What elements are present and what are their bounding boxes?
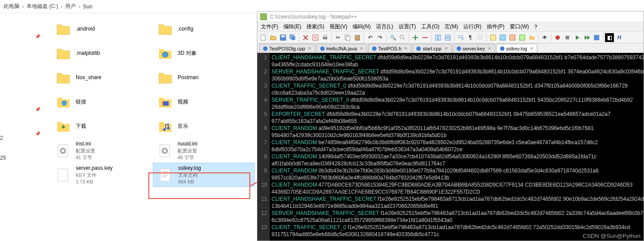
folder-item[interactable]: Nox_share: [51, 65, 153, 90]
save-all-icon[interactable]: [288, 33, 297, 42]
folder-item[interactable]: .android: [51, 17, 153, 41]
dirty-indicator-icon: [416, 46, 421, 51]
menu-item[interactable]: 搜索(S): [305, 22, 326, 31]
indent-guide-icon[interactable]: [476, 33, 485, 42]
paste-icon[interactable]: [353, 33, 362, 42]
pin-icon[interactable]: 📌: [31, 97, 44, 122]
item-name: 音乐: [178, 122, 188, 130]
code-content[interactable]: CLIENT_HANDSHAKE_TRAFFIC_SECRET dfdd59d8…: [270, 53, 644, 241]
save-macro-icon[interactable]: [592, 33, 601, 42]
compare-icon[interactable]: ◧: [605, 33, 614, 42]
zoom-out-icon[interactable]: [421, 33, 430, 42]
folder-item[interactable]: 3D 对象: [153, 41, 255, 65]
find-icon[interactable]: 🔍: [388, 33, 397, 42]
editor-tab[interactable]: start.cpp✕: [412, 44, 451, 53]
record-icon[interactable]: [553, 33, 562, 42]
play-icon[interactable]: [573, 33, 582, 42]
breadcrumb[interactable]: 此电脑› 本地磁盘 (C:)› 用户› Sun: [0, 0, 255, 13]
doc-list-icon[interactable]: [508, 33, 517, 42]
item-name: sslkey.log: [178, 164, 201, 172]
folder-item[interactable]: 链接: [51, 90, 153, 114]
svg-point-41: [555, 35, 560, 40]
folder-item[interactable]: Postman: [153, 65, 255, 90]
svg-rect-27: [346, 36, 350, 41]
folder-item[interactable]: .matplotlib: [51, 41, 153, 65]
print-icon[interactable]: [321, 33, 330, 42]
folder-item[interactable]: 视频: [153, 90, 255, 114]
sync-h-icon[interactable]: [443, 33, 452, 42]
close-tab-icon[interactable]: ✕: [530, 46, 533, 51]
folder-item[interactable]: nuuid.ini配置设置45 字节: [153, 138, 255, 163]
folder-icon: [54, 69, 72, 87]
menu-item[interactable]: 视图(V): [328, 22, 349, 31]
doc-map-icon[interactable]: [498, 33, 507, 42]
close-tab-icon[interactable]: ✕: [404, 46, 407, 51]
music-icon: [156, 118, 174, 135]
folder-item[interactable]: sslkey.log文本文档894 KB: [153, 163, 255, 187]
svg-rect-33: [435, 35, 438, 40]
close-tab-icon[interactable]: ✕: [444, 46, 448, 51]
folder-item[interactable]: inst.ini配置设置41 字节: [51, 138, 153, 163]
hex-icon[interactable]: H: [615, 33, 624, 42]
breadcrumb-item[interactable]: Sun: [83, 4, 92, 10]
menu-item[interactable]: 编码(N): [351, 22, 372, 31]
close-tab-icon[interactable]: ✕: [308, 46, 311, 51]
close-tab-icon[interactable]: ✕: [360, 46, 363, 51]
menu-item[interactable]: 运行(R): [462, 22, 483, 31]
play-multi-icon[interactable]: [582, 33, 591, 42]
folder-item[interactable]: 音乐: [153, 114, 255, 138]
folder-item[interactable]: .config: [153, 17, 255, 41]
zoom-in-icon[interactable]: [411, 33, 420, 42]
sync-v-icon[interactable]: [434, 33, 442, 42]
replace-icon[interactable]: [398, 33, 407, 42]
lang-icon[interactable]: [489, 33, 497, 42]
item-name: 链接: [76, 98, 86, 106]
menu-item[interactable]: 宏(M): [443, 22, 460, 31]
svg-rect-39: [510, 35, 515, 40]
menu-item[interactable]: 窗口(W): [508, 22, 531, 31]
menu-item[interactable]: 插件(P): [485, 22, 506, 31]
folder-view-icon[interactable]: [528, 33, 536, 42]
monitor-icon[interactable]: 👁: [540, 33, 549, 42]
editor-tab[interactable]: TestPOS.h✕: [368, 44, 412, 53]
close-all-icon[interactable]: [311, 33, 320, 42]
breadcrumb-item[interactable]: 本地磁盘 (C:): [27, 3, 58, 10]
pin-icon[interactable]: 📌: [31, 122, 44, 146]
redo-icon[interactable]: ↷: [376, 33, 384, 42]
app-icon: [260, 13, 267, 20]
close-icon[interactable]: [301, 33, 310, 42]
folder-item[interactable]: server.pass.keyKEY 文件1.73 KB: [51, 163, 153, 187]
breadcrumb-item[interactable]: 此电脑: [4, 3, 19, 10]
save-icon[interactable]: [279, 33, 287, 42]
breadcrumb-item[interactable]: 用户: [65, 3, 76, 10]
editor-tab[interactable]: HelloJNA.java✕: [316, 44, 367, 53]
menu-item[interactable]: 文件(F): [259, 22, 280, 31]
function-list-icon[interactable]: [518, 33, 527, 42]
menu-item[interactable]: 编辑(E): [282, 22, 303, 31]
editor-tab[interactable]: TestPOSDlg.cpp✕: [259, 44, 315, 53]
svg-rect-43: [594, 35, 599, 40]
svg-point-4: [167, 127, 170, 130]
menu-bar: 文件(F)编辑(E)搜索(S)视图(V)编码(N)语言(L)设置(T)工具(O)…: [257, 22, 644, 32]
close-tab-icon[interactable]: ✕: [488, 46, 491, 51]
folder-item[interactable]: 下载: [51, 114, 153, 138]
new-file-icon[interactable]: [259, 33, 268, 42]
open-file-icon[interactable]: [269, 33, 278, 42]
menu-item[interactable]: ?: [532, 23, 539, 31]
menu-item[interactable]: 工具(O): [419, 22, 441, 31]
hidden-chars-icon[interactable]: ¶: [466, 33, 475, 42]
undo-icon[interactable]: ↶: [366, 33, 375, 42]
stop-icon[interactable]: [563, 33, 572, 42]
menu-item[interactable]: 语言(L): [374, 22, 395, 31]
editor-tab[interactable]: server.key✕: [453, 44, 495, 53]
copy-icon[interactable]: [343, 33, 352, 42]
wrap-icon[interactable]: [456, 33, 465, 42]
line-gutter: 1 2 3 4 5 6 7 8 9 10 11 12 13: [257, 53, 270, 241]
dirty-indicator-icon: [320, 46, 325, 51]
svg-rect-18: [261, 35, 265, 40]
pin-icon[interactable]: 📌: [31, 24, 44, 49]
editor-tab[interactable]: sslkey.log✕: [496, 44, 537, 53]
menu-item[interactable]: 设置(T): [397, 22, 418, 31]
window-titlebar[interactable]: C:\Users\Sun\sslkey.log - Notepad++: [257, 11, 644, 22]
cut-icon[interactable]: ✂: [334, 33, 342, 42]
